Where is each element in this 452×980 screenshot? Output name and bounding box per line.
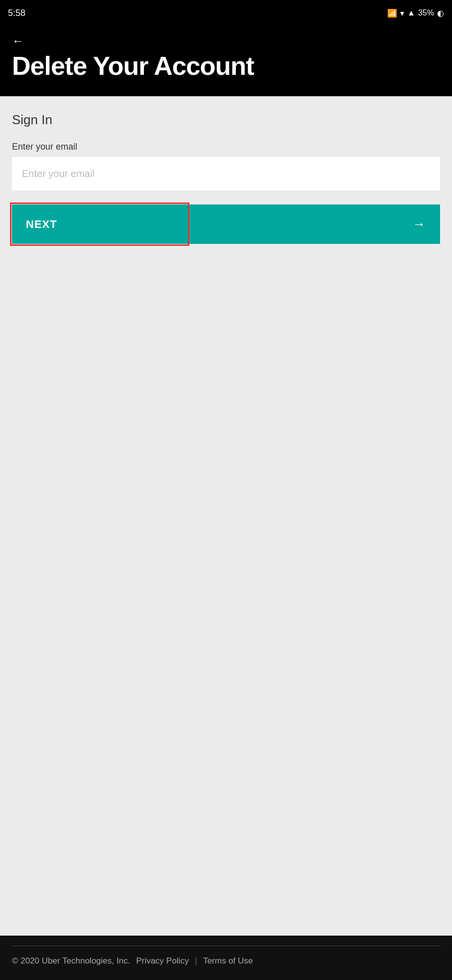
footer-separator: | bbox=[195, 956, 197, 966]
header: ← Delete Your Account bbox=[0, 26, 452, 96]
privacy-policy-link[interactable]: Privacy Policy bbox=[136, 956, 189, 966]
footer: © 2020 Uber Technologies, Inc. Privacy P… bbox=[0, 936, 452, 980]
sign-in-label: Sign In bbox=[12, 112, 440, 128]
email-input[interactable] bbox=[12, 157, 440, 191]
next-button[interactable]: NEXT → bbox=[12, 204, 440, 244]
battery-percent: 35% bbox=[418, 8, 434, 17]
next-button-label: NEXT bbox=[26, 218, 57, 231]
page-title: Delete Your Account bbox=[12, 52, 440, 80]
email-label: Enter your email bbox=[12, 142, 440, 152]
next-button-wrapper: NEXT → bbox=[12, 204, 440, 244]
next-arrow-icon: → bbox=[413, 216, 426, 232]
battery-icon: ◐ bbox=[437, 8, 444, 18]
footer-copyright: © 2020 Uber Technologies, Inc. bbox=[12, 956, 130, 966]
wifi-icon: ▾ bbox=[400, 8, 404, 18]
footer-links: © 2020 Uber Technologies, Inc. Privacy P… bbox=[12, 956, 440, 966]
footer-divider bbox=[12, 946, 440, 946]
signal-icon: ▲ bbox=[407, 8, 415, 17]
status-bar: 5:58 📶 ▾ ▲ 35% ◐ bbox=[0, 0, 452, 26]
back-button[interactable]: ← bbox=[12, 34, 24, 48]
main-content: Sign In Enter your email NEXT → bbox=[0, 96, 452, 936]
status-icons: 📶 ▾ ▲ 35% ◐ bbox=[387, 8, 444, 18]
sim-icon: 📶 bbox=[387, 8, 397, 18]
terms-of-use-link[interactable]: Terms of Use bbox=[203, 956, 253, 966]
status-time: 5:58 bbox=[8, 8, 25, 18]
